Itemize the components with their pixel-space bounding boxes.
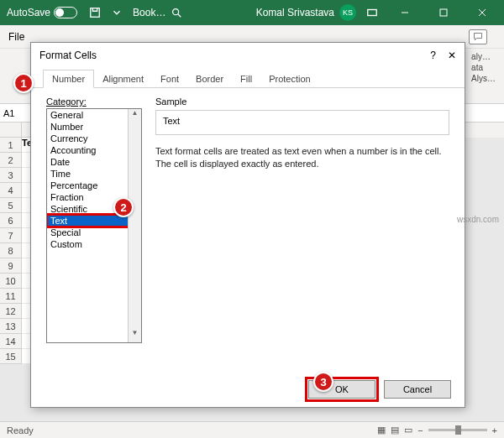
zoom-in-icon[interactable]: + [492, 425, 497, 435]
close-button[interactable] [465, 0, 499, 25]
watermark: wsxdn.com [457, 215, 499, 224]
annotation-badge-3: 3 [313, 372, 333, 392]
dialog-titlebar: Format Cells ? ✕ [31, 43, 465, 68]
sample-box: Text [155, 110, 449, 135]
tab-protection[interactable]: Protection [260, 70, 319, 87]
row-header[interactable]: 12 [0, 304, 22, 319]
row-header[interactable]: 10 [0, 274, 22, 289]
status-ready: Ready [7, 425, 34, 435]
row-header[interactable]: 11 [0, 289, 22, 304]
app-titlebar: AutoSave Book… Komal Srivastava KS [0, 0, 504, 25]
file-name: Book… [133, 7, 165, 18]
autosave-toggle[interactable]: AutoSave [0, 7, 84, 18]
row-header[interactable]: 1 [0, 138, 22, 153]
dialog-close-button[interactable]: ✕ [448, 50, 456, 61]
row-header[interactable]: 8 [0, 243, 22, 258]
maximize-button[interactable] [427, 0, 460, 25]
tab-number[interactable]: Number [43, 70, 94, 88]
row-header[interactable]: 13 [0, 319, 22, 334]
category-listbox[interactable]: GeneralNumberCurrencyAccountingDateTimeP… [46, 108, 142, 343]
file-tab[interactable]: File [8, 31, 24, 43]
row-header[interactable]: 14 [0, 334, 22, 349]
cancel-button[interactable]: Cancel [384, 380, 451, 399]
minimize-button[interactable] [388, 0, 422, 25]
zoom-slider[interactable] [428, 429, 487, 431]
user-name: Komal Srivastava [256, 7, 334, 18]
view-layout-icon[interactable]: ▤ [391, 425, 399, 435]
zoom-out-icon[interactable]: − [417, 425, 423, 435]
row-header[interactable]: 4 [0, 183, 22, 198]
category-label: Category: [46, 96, 142, 107]
row-header[interactable]: 5 [0, 198, 22, 213]
ribbon-mode-icon[interactable] [363, 3, 381, 22]
view-pagebreak-icon[interactable]: ▭ [404, 425, 412, 435]
sample-label: Sample [155, 96, 449, 107]
scroll-down-icon[interactable]: ▼ [129, 329, 141, 342]
row-header[interactable]: 2 [0, 153, 22, 168]
ribbon-group-analysis[interactable]: Alys… [471, 74, 496, 83]
svg-rect-0 [91, 8, 100, 18]
search-icon[interactable] [167, 3, 186, 22]
tab-alignment[interactable]: Alignment [94, 70, 152, 87]
svg-point-1 [173, 9, 179, 15]
row-header[interactable]: 7 [0, 228, 22, 243]
row-header[interactable]: 15 [0, 349, 22, 364]
dialog-help-button[interactable]: ? [430, 50, 436, 61]
ribbon-group-data[interactable]: ata [471, 63, 496, 72]
row-header[interactable]: 9 [0, 258, 22, 274]
tab-font[interactable]: Font [152, 70, 187, 87]
avatar[interactable]: KS [339, 4, 356, 21]
row-header[interactable]: 3 [0, 168, 22, 183]
select-all-corner[interactable] [0, 123, 22, 138]
status-bar: Ready ▦ ▤ ▭ − + [0, 421, 504, 438]
tab-fill[interactable]: Fill [232, 70, 260, 87]
annotation-badge-1: 1 [13, 73, 34, 93]
sample-value: Text [163, 116, 180, 126]
dialog-title: Format Cells [39, 50, 97, 61]
tab-border[interactable]: Border [187, 70, 232, 87]
format-description: Text format cells are treated as text ev… [155, 145, 449, 171]
scroll-up-icon[interactable]: ▲ [129, 109, 141, 123]
toggle-off-icon[interactable] [54, 7, 77, 18]
more-icon[interactable] [108, 3, 126, 22]
comments-icon[interactable] [469, 29, 487, 44]
svg-rect-3 [440, 9, 447, 16]
row-header[interactable]: 6 [0, 213, 22, 228]
dialog-tabs: Number Alignment Font Border Fill Protec… [31, 68, 465, 88]
scrollbar[interactable]: ▲ ▼ [128, 109, 141, 342]
format-cells-dialog: Format Cells ? ✕ Number Alignment Font B… [30, 42, 465, 408]
view-normal-icon[interactable]: ▦ [377, 425, 386, 435]
annotation-badge-2: 2 [113, 197, 134, 217]
svg-rect-2 [368, 10, 377, 16]
ribbon-group-analyze[interactable]: aly… [471, 52, 496, 61]
save-icon[interactable] [86, 3, 104, 22]
autosave-label: AutoSave [7, 7, 50, 18]
